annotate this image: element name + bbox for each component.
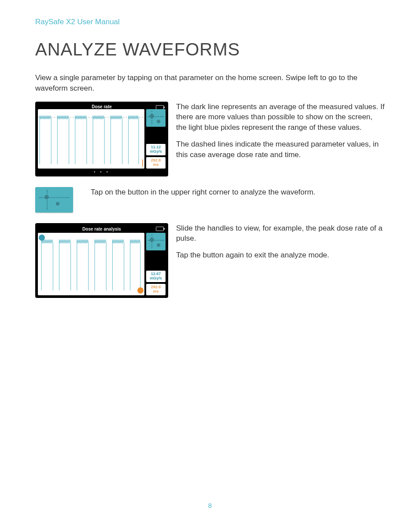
dose-rate-value: 11.12 mGy/s [146,144,166,155]
doc-header: RaySafe X2 User Manual [35,18,385,26]
page-dots: • • • [38,169,166,174]
slider-handle-blue[interactable] [39,235,45,241]
row-analyze-button: Tap on the button in the upper right cor… [35,187,385,213]
waveform-plot-analysis [38,233,144,295]
para-slide-handles: Slide the handles to view, for example, … [176,223,385,244]
dose-rate-value: 12.67 mGy/s [146,271,166,282]
para-dashed-lines: The dashed lines indicate the measured p… [176,139,385,160]
waveform-svg [38,233,144,295]
row-waveform-analysis: Dose rate analysis [35,223,385,298]
waveform-svg [38,109,144,169]
page-title: ANALYZE WAVEFORMS [35,40,385,59]
device-title: Dose rate analysis [82,227,121,231]
intro-text: View a single parameter by tapping on th… [35,73,385,94]
page-number: 8 [0,502,420,509]
analyze-button-closeup[interactable] [35,187,73,213]
row-waveform-view: Dose rate [35,102,385,176]
analyze-button[interactable] [146,109,166,127]
device-screenshot-analysis: Dose rate analysis [35,223,168,298]
para-tap-analyze: Tap on the button in the upper right cor… [91,187,385,198]
slider-handle-orange[interactable] [137,287,144,294]
para-avg-line: The dark line represents an average of t… [176,102,385,133]
battery-icon [156,227,164,231]
analyze-button-active[interactable] [146,233,166,250]
para-tap-exit: Tap the button again to exit the analyze… [176,250,385,261]
time-value: 292.8 ms [146,284,166,295]
device-screenshot-doserate: Dose rate [35,102,168,176]
time-value: 292.8 ms [146,157,166,169]
device-title: Dose rate [92,104,112,109]
waveform-plot [38,109,144,169]
